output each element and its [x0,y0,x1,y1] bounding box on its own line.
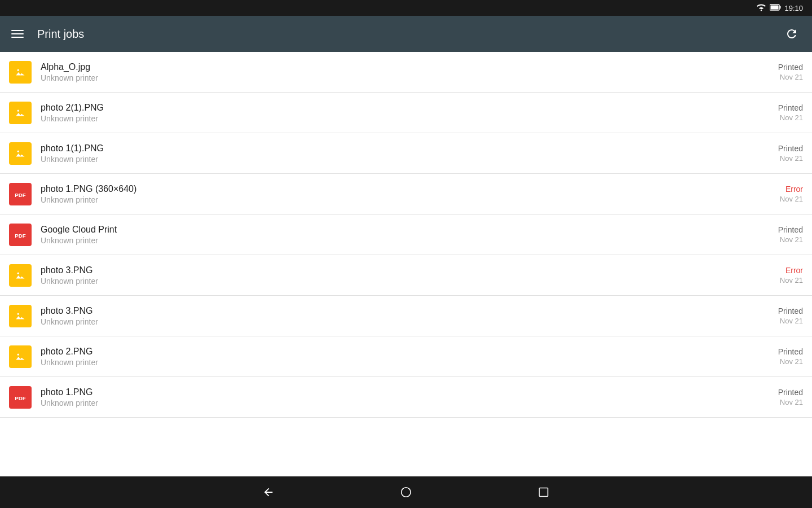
svg-point-14 [17,272,19,274]
job-date: Nov 21 [780,276,803,284]
svg-text:PDF: PDF [15,192,26,198]
job-date: Nov 21 [780,235,803,244]
job-status: Printed Nov 21 [758,144,803,163]
svg-rect-3 [14,66,27,78]
job-printer: Unknown printer [41,114,758,123]
back-button[interactable] [256,480,281,505]
image-file-icon [9,61,32,84]
svg-point-8 [17,150,19,152]
job-status: Error Nov 21 [758,185,803,203]
svg-text:PDF: PDF [15,233,26,239]
svg-rect-1 [780,6,781,8]
svg-point-18 [17,353,19,355]
svg-point-21 [401,488,411,497]
job-status: Printed Nov 21 [758,63,803,81]
job-status: Printed Nov 21 [758,347,803,366]
job-info: photo 1.PNG (360×640) Unknown printer [41,184,758,204]
home-button[interactable] [394,480,418,505]
svg-point-16 [17,313,19,314]
recents-button[interactable] [531,480,556,505]
wifi-icon [756,3,766,13]
job-date: Nov 21 [780,357,803,366]
image-file-icon [9,264,32,287]
print-job-row[interactable]: photo 2.PNG Unknown printer Printed Nov … [0,336,812,377]
page-title: Print jobs [37,28,769,41]
image-file-icon [9,102,32,124]
job-info: photo 3.PNG Unknown printer [41,265,758,286]
job-info: photo 1.PNG Unknown printer [41,387,758,408]
svg-rect-7 [14,147,27,160]
job-date: Nov 21 [780,113,803,122]
status-badge: Error [785,185,803,194]
job-printer: Unknown printer [41,155,758,164]
print-job-row[interactable]: photo 1(1).PNG Unknown printer Printed N… [0,133,812,174]
app-bar: Print jobs [0,16,812,52]
job-printer: Unknown printer [41,277,758,286]
pdf-file-icon: PDF [9,183,32,205]
print-job-row[interactable]: photo 2(1).PNG Unknown printer Printed N… [0,93,812,133]
job-printer: Unknown printer [41,73,758,82]
status-bar: 19:10 [0,0,812,16]
job-printer: Unknown printer [41,398,758,408]
job-name: photo 1.PNG [41,387,758,397]
job-name: Google Cloud Print [41,225,758,235]
status-badge: Printed [778,103,803,112]
print-job-row[interactable]: Alpha_O.jpg Unknown printer Printed Nov … [0,52,812,93]
job-info: photo 2.PNG Unknown printer [41,347,758,367]
image-file-icon [9,142,32,165]
status-badge: Printed [778,225,803,234]
status-badge: Printed [778,306,803,316]
job-name: photo 3.PNG [41,265,758,275]
pdf-file-icon: PDF [9,224,32,246]
print-job-row[interactable]: PDF photo 1.PNG (360×640) Unknown printe… [0,174,812,214]
job-printer: Unknown printer [41,195,758,204]
job-info: Google Cloud Print Unknown printer [41,225,758,245]
status-badge: Error [785,266,803,275]
status-badge: Printed [778,388,803,397]
status-icons: 19:10 [756,3,803,13]
print-jobs-list: Alpha_O.jpg Unknown printer Printed Nov … [0,52,812,476]
navigation-bar [0,476,812,508]
svg-point-6 [17,110,19,111]
refresh-button[interactable] [780,23,803,45]
job-name: photo 3.PNG [41,306,758,316]
job-name: photo 1.PNG (360×640) [41,184,758,194]
job-info: photo 1(1).PNG Unknown printer [41,143,758,164]
svg-point-4 [17,69,19,71]
svg-text:PDF: PDF [15,395,26,401]
job-date: Nov 21 [780,398,803,406]
svg-rect-5 [14,107,27,119]
job-date: Nov 21 [780,154,803,163]
job-printer: Unknown printer [41,236,758,245]
svg-rect-13 [14,269,27,282]
svg-rect-2 [771,5,779,9]
print-job-row[interactable]: PDF Google Cloud Print Unknown printer P… [0,214,812,255]
job-status: Printed Nov 21 [758,225,803,244]
job-info: photo 3.PNG Unknown printer [41,306,758,326]
job-status: Error Nov 21 [758,266,803,284]
job-name: photo 1(1).PNG [41,143,758,154]
job-name: photo 2.PNG [41,347,758,357]
job-printer: Unknown printer [41,358,758,367]
print-job-row[interactable]: photo 3.PNG Unknown printer Printed Nov … [0,296,812,336]
status-badge: Printed [778,144,803,153]
print-job-row[interactable]: PDF photo 1.PNG Unknown printer Printed … [0,377,812,418]
svg-rect-15 [14,310,27,322]
svg-rect-17 [14,351,27,363]
image-file-icon [9,345,32,368]
battery-icon [770,4,781,12]
status-badge: Printed [778,347,803,356]
job-date: Nov 21 [780,317,803,325]
job-printer: Unknown printer [41,317,758,326]
status-time: 19:10 [784,4,803,12]
print-job-row[interactable]: photo 3.PNG Unknown printer Error Nov 21 [0,255,812,296]
job-info: photo 2(1).PNG Unknown printer [41,103,758,123]
job-status: Printed Nov 21 [758,388,803,406]
hamburger-menu-button[interactable] [9,28,26,40]
job-status: Printed Nov 21 [758,306,803,325]
status-badge: Printed [778,63,803,72]
job-date: Nov 21 [780,195,803,203]
job-status: Printed Nov 21 [758,103,803,122]
job-name: photo 2(1).PNG [41,103,758,113]
image-file-icon [9,305,32,327]
